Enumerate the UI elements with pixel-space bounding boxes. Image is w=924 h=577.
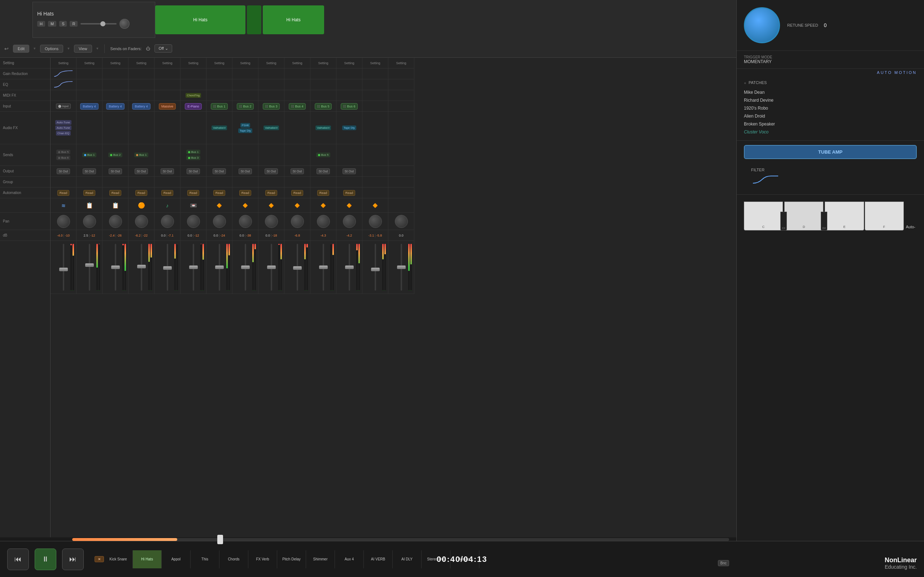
- row-label-icon: [0, 198, 50, 213]
- options-button[interactable]: Options: [40, 45, 63, 53]
- fader-strip-11[interactable]: [336, 241, 362, 294]
- track-controls: H M S R: [37, 19, 150, 29]
- track-s-btn[interactable]: S: [59, 21, 67, 27]
- auto-label: Auto-: [905, 223, 917, 230]
- track-bottom-4[interactable]: Chords: [220, 550, 248, 568]
- retune-speed-label: RETUNE SPEED: [787, 23, 818, 27]
- row-label-pan: Pan: [0, 213, 50, 230]
- piano-key-c[interactable]: C: [744, 201, 783, 230]
- retune-info: RETUNE SPEED 0: [787, 23, 827, 28]
- rewind-button[interactable]: ⏮: [7, 548, 29, 570]
- progress-thumb[interactable]: [217, 535, 223, 544]
- channel-strip-2: SettingBattery 4Bus 2St OutRead📋-2.4|-26: [102, 58, 129, 294]
- row-label-db: dB: [0, 230, 50, 241]
- track-bottom-7[interactable]: Shimmer: [306, 550, 335, 568]
- channel-strip-9: Setting⛓Bus 4St OutRead🔶-6.8: [284, 58, 310, 294]
- sends-off-dropdown[interactable]: Off ⌄: [155, 44, 172, 53]
- fader-strip-2[interactable]: [102, 241, 128, 294]
- track-list-bottom: Kick SnareHi HatsAppolThisChordsFX VerbP…: [104, 548, 924, 570]
- track-bottom-2[interactable]: Appol: [162, 550, 191, 568]
- track-bottom-5[interactable]: FX Verb: [248, 550, 277, 568]
- view-button[interactable]: View: [74, 45, 92, 53]
- toolbar-separator: [104, 44, 105, 53]
- fader-strip-5[interactable]: [181, 241, 206, 294]
- edit-button[interactable]: Edit: [13, 45, 29, 53]
- track-bottom-8[interactable]: Aux 4: [335, 550, 364, 568]
- fader-strip-8[interactable]: [258, 241, 284, 294]
- row-label-audiofx: Audio FX: [0, 112, 50, 144]
- piano-section: C C# D D# E F Auto-: [737, 194, 924, 234]
- piano-key-f[interactable]: F: [865, 201, 904, 230]
- fader-strip-7[interactable]: [233, 241, 258, 294]
- channel-strip-7: Setting⛓Bus 2PShftTape DlySt OutRead🔶0.0…: [233, 58, 258, 294]
- fader-strip-1[interactable]: [76, 241, 102, 294]
- fader-strip-12[interactable]: [362, 241, 388, 294]
- row-label-midifx: MIDI FX: [0, 90, 50, 101]
- auto-motion-row: AUTO MOTION: [737, 69, 924, 76]
- piano-key-e[interactable]: E: [825, 201, 864, 230]
- patch-item-5[interactable]: Cluster Voco: [744, 128, 917, 136]
- track-bottom-6[interactable]: Pitch Delay: [277, 550, 306, 568]
- clip-hihats-1[interactable]: Hi Hats: [155, 5, 246, 34]
- progress-bar: [72, 538, 177, 541]
- fader-strip-6[interactable]: [207, 241, 232, 294]
- channel-strip-11: Setting⛓Bus 6Tape DlySt OutRead🔶-4.2: [336, 58, 362, 294]
- row-labels: Setting Gain Reduction EQ MIDI FX Input …: [0, 58, 50, 537]
- fader-strip-9[interactable]: [284, 241, 310, 294]
- patch-item-1[interactable]: Richard Devine: [744, 96, 917, 104]
- piano-key-dsharp[interactable]: D#: [821, 212, 827, 230]
- patch-item-0[interactable]: Mike Dean: [744, 89, 917, 96]
- track-bottom-3[interactable]: This: [191, 550, 220, 568]
- patches-list: Mike DeanRichard Devine1920's RoboAlien …: [744, 89, 917, 136]
- track-close-btn[interactable]: ✕: [95, 556, 104, 562]
- trigger-mode-value[interactable]: MOMENTARY: [744, 59, 772, 64]
- channels-scroll[interactable]: Setting⬤ InputAuto-TuneAuto-TuneChan EQB…: [50, 58, 736, 537]
- track-header: Hi Hats H M S R: [32, 2, 155, 38]
- channel-strip-12: Setting🔶-3.1|-5.8: [362, 58, 388, 294]
- track-name: Hi Hats: [37, 11, 150, 16]
- trigger-mode-group: TRIGGER MODE MOMENTARY: [744, 55, 772, 64]
- tube-amp-section: TUBE AMP FILTER: [737, 141, 924, 194]
- sends-label: Sends on Faders:: [110, 47, 142, 51]
- mixer-content: Setting Gain Reduction EQ MIDI FX Input …: [0, 58, 736, 537]
- right-panel: RETUNE SPEED 0 TRIGGER MODE MOMENTARY AU…: [736, 0, 924, 577]
- channel-strip-10: Setting⛓Bus 5ValhallaViBus 5St OutRead🔶-…: [310, 58, 336, 294]
- bnc-button[interactable]: Bnc: [718, 560, 729, 566]
- row-label-group: Group: [0, 177, 50, 187]
- track-r-btn[interactable]: R: [69, 21, 78, 27]
- sends-power-icon[interactable]: ⏻: [146, 46, 150, 51]
- piano-key-csharp[interactable]: C#: [780, 212, 787, 230]
- fader-strip-0[interactable]: [50, 241, 76, 294]
- row-label-gain: Gain Reduction: [0, 69, 50, 79]
- track-slider[interactable]: [81, 23, 116, 24]
- retune-knob[interactable]: [744, 7, 780, 43]
- patches-header: ⬦ PATCHES: [744, 81, 917, 85]
- progress-bar-container[interactable]: [72, 538, 729, 541]
- clip-hihats-2[interactable]: Hi Hats: [263, 5, 324, 34]
- patch-item-2[interactable]: 1920's Robo: [744, 104, 917, 112]
- track-volume-knob[interactable]: [120, 19, 129, 29]
- filter-label: FILTER: [751, 168, 909, 172]
- tube-amp-button[interactable]: TUBE AMP: [744, 145, 917, 159]
- fader-strip-13[interactable]: [388, 241, 414, 294]
- track-bottom-0[interactable]: Kick Snare: [104, 550, 133, 568]
- retune-speed-value: 0: [824, 23, 827, 28]
- track-m-btn[interactable]: M: [48, 21, 56, 27]
- play-pause-button[interactable]: ⏸: [35, 548, 56, 570]
- fast-forward-button[interactable]: ⏭: [62, 548, 84, 570]
- fader-strip-4[interactable]: [155, 241, 180, 294]
- patch-item-3[interactable]: Alien Droid: [744, 112, 917, 120]
- mixer-back-icon[interactable]: ↩: [4, 46, 9, 52]
- fader-strip-10[interactable]: [310, 241, 336, 294]
- fader-strip-3[interactable]: [129, 241, 154, 294]
- transport-controls: ⏮ ⏸ ⏭: [0, 548, 91, 570]
- channel-strip-0: Setting⬤ InputAuto-TuneAuto-TuneChan EQB…: [50, 58, 76, 294]
- channels-grid: Setting⬤ InputAuto-TuneAuto-TuneChan EQB…: [50, 58, 414, 294]
- track-bottom-10[interactable]: AI DLY: [393, 550, 422, 568]
- track-h-btn[interactable]: H: [37, 21, 45, 27]
- patch-item-4[interactable]: Broken Speaker: [744, 120, 917, 128]
- clip-empty[interactable]: [247, 5, 261, 34]
- track-bottom-9[interactable]: AI VERB: [364, 550, 393, 568]
- piano-key-d[interactable]: D: [784, 201, 823, 230]
- track-bottom-1[interactable]: Hi Hats: [133, 550, 162, 568]
